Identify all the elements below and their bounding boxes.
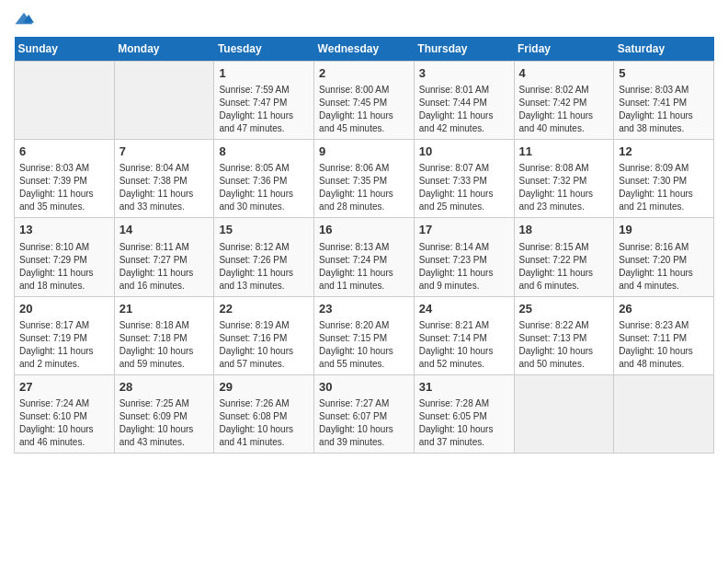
day-info: Sunrise: 8:15 AM Sunset: 7:22 PM Dayligh… [519, 241, 609, 293]
calendar-cell: 9Sunrise: 8:06 AM Sunset: 7:35 PM Daylig… [314, 140, 415, 218]
day-number: 4 [519, 65, 609, 82]
day-number: 28 [119, 379, 210, 396]
day-info: Sunrise: 8:03 AM Sunset: 7:41 PM Dayligh… [619, 84, 709, 135]
calendar-cell: 1Sunrise: 7:59 AM Sunset: 7:47 PM Daylig… [214, 62, 314, 140]
calendar-cell: 22Sunrise: 8:19 AM Sunset: 7:16 PM Dayli… [214, 296, 314, 374]
day-number: 24 [419, 301, 509, 317]
day-number: 26 [619, 301, 709, 317]
logo [14, 9, 38, 29]
page-header [14, 9, 714, 29]
day-number: 9 [319, 144, 409, 160]
day-info: Sunrise: 8:10 AM Sunset: 7:29 PM Dayligh… [19, 241, 109, 293]
day-number: 11 [519, 144, 609, 160]
calendar-week-3: 13Sunrise: 8:10 AM Sunset: 7:29 PM Dayli… [15, 218, 714, 296]
calendar-cell: 31Sunrise: 7:28 AM Sunset: 6:05 PM Dayli… [414, 374, 514, 453]
day-number: 8 [219, 144, 309, 160]
calendar-week-2: 6Sunrise: 8:03 AM Sunset: 7:39 PM Daylig… [15, 140, 714, 218]
calendar-body: 1Sunrise: 7:59 AM Sunset: 7:47 PM Daylig… [15, 62, 714, 454]
day-info: Sunrise: 8:09 AM Sunset: 7:30 PM Dayligh… [619, 162, 709, 213]
weekday-header-thursday: Thursday [414, 37, 514, 62]
calendar-cell [15, 62, 115, 140]
calendar-table: SundayMondayTuesdayWednesdayThursdayFrid… [14, 37, 714, 454]
day-number: 3 [419, 65, 509, 82]
day-info: Sunrise: 8:12 AM Sunset: 7:26 PM Dayligh… [219, 241, 309, 293]
day-number: 27 [19, 379, 109, 396]
calendar-cell: 23Sunrise: 8:20 AM Sunset: 7:15 PM Dayli… [314, 296, 415, 374]
day-number: 7 [119, 144, 210, 160]
day-info: Sunrise: 8:06 AM Sunset: 7:35 PM Dayligh… [319, 162, 409, 213]
calendar-week-5: 27Sunrise: 7:24 AM Sunset: 6:10 PM Dayli… [15, 374, 714, 453]
calendar-cell: 24Sunrise: 8:21 AM Sunset: 7:14 PM Dayli… [414, 296, 514, 374]
day-number: 10 [419, 144, 509, 160]
day-info: Sunrise: 8:04 AM Sunset: 7:38 PM Dayligh… [119, 162, 210, 213]
calendar-cell: 12Sunrise: 8:09 AM Sunset: 7:30 PM Dayli… [614, 140, 714, 218]
day-info: Sunrise: 8:18 AM Sunset: 7:18 PM Dayligh… [119, 319, 210, 371]
calendar-cell: 7Sunrise: 8:04 AM Sunset: 7:38 PM Daylig… [114, 140, 214, 218]
calendar-cell: 16Sunrise: 8:13 AM Sunset: 7:24 PM Dayli… [314, 218, 415, 296]
day-number: 21 [119, 301, 210, 317]
day-info: Sunrise: 7:24 AM Sunset: 6:10 PM Dayligh… [19, 397, 109, 449]
day-info: Sunrise: 7:25 AM Sunset: 6:09 PM Dayligh… [119, 397, 210, 449]
calendar-week-1: 1Sunrise: 7:59 AM Sunset: 7:47 PM Daylig… [15, 62, 714, 140]
day-info: Sunrise: 7:28 AM Sunset: 6:05 PM Dayligh… [419, 397, 509, 449]
day-number: 19 [619, 222, 709, 238]
day-number: 22 [219, 301, 309, 317]
day-number: 31 [419, 379, 509, 396]
calendar-cell: 8Sunrise: 8:05 AM Sunset: 7:36 PM Daylig… [214, 140, 314, 218]
weekday-header-wednesday: Wednesday [314, 37, 415, 62]
logo-icon [14, 9, 34, 29]
calendar-cell [514, 374, 614, 453]
day-number: 17 [419, 222, 509, 238]
weekday-header-tuesday: Tuesday [214, 37, 314, 62]
day-number: 18 [519, 222, 609, 238]
calendar-cell: 30Sunrise: 7:27 AM Sunset: 6:07 PM Dayli… [314, 374, 415, 453]
day-info: Sunrise: 8:03 AM Sunset: 7:39 PM Dayligh… [19, 162, 109, 213]
weekday-header-friday: Friday [514, 37, 614, 62]
day-number: 25 [519, 301, 609, 317]
day-info: Sunrise: 8:17 AM Sunset: 7:19 PM Dayligh… [19, 319, 109, 371]
day-info: Sunrise: 8:00 AM Sunset: 7:45 PM Dayligh… [319, 84, 409, 135]
weekday-header-sunday: Sunday [15, 37, 115, 62]
calendar-cell: 2Sunrise: 8:00 AM Sunset: 7:45 PM Daylig… [314, 62, 415, 140]
day-info: Sunrise: 8:19 AM Sunset: 7:16 PM Dayligh… [219, 319, 309, 371]
day-info: Sunrise: 8:23 AM Sunset: 7:11 PM Dayligh… [619, 319, 709, 371]
day-number: 14 [119, 222, 210, 238]
calendar-cell: 10Sunrise: 8:07 AM Sunset: 7:33 PM Dayli… [414, 140, 514, 218]
calendar-cell: 25Sunrise: 8:22 AM Sunset: 7:13 PM Dayli… [514, 296, 614, 374]
day-info: Sunrise: 8:05 AM Sunset: 7:36 PM Dayligh… [219, 162, 309, 213]
calendar-cell: 20Sunrise: 8:17 AM Sunset: 7:19 PM Dayli… [15, 296, 115, 374]
calendar-cell: 28Sunrise: 7:25 AM Sunset: 6:09 PM Dayli… [114, 374, 214, 453]
day-info: Sunrise: 8:01 AM Sunset: 7:44 PM Dayligh… [419, 84, 509, 135]
day-number: 29 [219, 379, 309, 396]
day-number: 12 [619, 144, 709, 160]
day-number: 1 [219, 65, 309, 82]
day-number: 2 [319, 65, 409, 82]
day-number: 6 [19, 144, 109, 160]
day-info: Sunrise: 8:21 AM Sunset: 7:14 PM Dayligh… [419, 319, 509, 371]
calendar-cell: 11Sunrise: 8:08 AM Sunset: 7:32 PM Dayli… [514, 140, 614, 218]
calendar-cell [614, 374, 714, 453]
calendar-cell: 19Sunrise: 8:16 AM Sunset: 7:20 PM Dayli… [614, 218, 714, 296]
day-info: Sunrise: 8:02 AM Sunset: 7:42 PM Dayligh… [519, 84, 609, 135]
calendar-cell: 26Sunrise: 8:23 AM Sunset: 7:11 PM Dayli… [614, 296, 714, 374]
weekday-header-row: SundayMondayTuesdayWednesdayThursdayFrid… [15, 37, 714, 62]
calendar-cell: 18Sunrise: 8:15 AM Sunset: 7:22 PM Dayli… [514, 218, 614, 296]
day-info: Sunrise: 8:11 AM Sunset: 7:27 PM Dayligh… [119, 241, 210, 293]
day-info: Sunrise: 8:22 AM Sunset: 7:13 PM Dayligh… [519, 319, 609, 371]
day-number: 30 [319, 379, 409, 396]
day-info: Sunrise: 7:26 AM Sunset: 6:08 PM Dayligh… [219, 397, 309, 449]
day-info: Sunrise: 8:13 AM Sunset: 7:24 PM Dayligh… [319, 241, 409, 293]
day-number: 16 [319, 222, 409, 238]
day-info: Sunrise: 7:27 AM Sunset: 6:07 PM Dayligh… [319, 397, 409, 449]
calendar-header: SundayMondayTuesdayWednesdayThursdayFrid… [15, 37, 714, 62]
day-number: 20 [19, 301, 109, 317]
calendar-week-4: 20Sunrise: 8:17 AM Sunset: 7:19 PM Dayli… [15, 296, 714, 374]
calendar-cell: 29Sunrise: 7:26 AM Sunset: 6:08 PM Dayli… [214, 374, 314, 453]
calendar-cell: 4Sunrise: 8:02 AM Sunset: 7:42 PM Daylig… [514, 62, 614, 140]
calendar-cell: 15Sunrise: 8:12 AM Sunset: 7:26 PM Dayli… [214, 218, 314, 296]
calendar-cell: 21Sunrise: 8:18 AM Sunset: 7:18 PM Dayli… [114, 296, 214, 374]
day-info: Sunrise: 8:08 AM Sunset: 7:32 PM Dayligh… [519, 162, 609, 213]
calendar-cell: 5Sunrise: 8:03 AM Sunset: 7:41 PM Daylig… [614, 62, 714, 140]
day-info: Sunrise: 8:20 AM Sunset: 7:15 PM Dayligh… [319, 319, 409, 371]
day-info: Sunrise: 8:14 AM Sunset: 7:23 PM Dayligh… [419, 241, 509, 293]
